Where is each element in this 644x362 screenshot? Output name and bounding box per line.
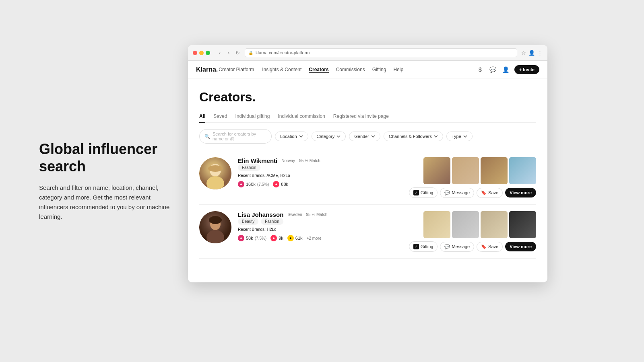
creator-tags-lisa: Beauty Fashion: [238, 218, 404, 225]
search-icon: 🔍: [204, 134, 210, 139]
left-panel: Global influencer search Search and filt…: [39, 140, 180, 222]
view-more-button-lisa[interactable]: View more: [505, 242, 536, 251]
match-badge-lisa: Sweden: [287, 212, 302, 217]
creator-actions-elin: ✓ Gifting 💬 Message 🔖 Save View more: [409, 187, 536, 198]
message-icon[interactable]: 💬: [489, 65, 497, 74]
creator-actions-lisa: ✓ Gifting 💬 Message 🔖 Save View more: [409, 241, 536, 252]
tiktok-count-elin: 88k: [281, 182, 288, 187]
search-box[interactable]: 🔍 Search for creators by name or @: [199, 129, 272, 144]
photo-thumb-2: [452, 157, 479, 184]
type-filter[interactable]: Type: [446, 132, 473, 141]
category-filter-label: Category: [317, 134, 335, 139]
channels-filter-label: Channels & Followers: [389, 134, 432, 139]
logo-subtitle: Creator Platform: [219, 67, 254, 72]
photo-thumb-3: [481, 157, 508, 184]
star-icon[interactable]: ☆: [521, 50, 526, 56]
message-icon-elin: 💬: [444, 190, 450, 195]
tab-individual-gifting[interactable]: Individual gifting: [235, 113, 270, 122]
more-channels-lisa: +2 more: [307, 236, 322, 241]
recent-brands-elin: Recent Brands: ACME, H2Lo: [238, 173, 404, 178]
gifting-button-elin[interactable]: ✓ Gifting: [409, 187, 438, 198]
location-filter-label: Location: [280, 134, 297, 139]
creator-right-lisa: ✓ Gifting 💬 Message 🔖 Save View more: [409, 211, 536, 252]
address-bar[interactable]: 🔒 klarna.com/creator-platform: [245, 48, 517, 57]
match-percent-elin: 95 % Match: [299, 158, 320, 163]
invite-button[interactable]: + Invite: [514, 65, 539, 74]
traffic-lights: [193, 51, 210, 55]
nav-gifting[interactable]: Gifting: [372, 66, 386, 73]
tab-saved[interactable]: Saved: [213, 113, 227, 122]
tab-individual-commission[interactable]: Individual commission: [278, 113, 325, 122]
filters-bar: 🔍 Search for creators by name or @ Locat…: [199, 129, 536, 144]
message-button-elin[interactable]: 💬 Message: [440, 188, 474, 198]
app-nav: Klarna. Creator Platform Insights & Cont…: [188, 61, 547, 78]
close-traffic-light[interactable]: [193, 51, 197, 55]
app-logo: Klarna. Creator Platform: [196, 66, 254, 73]
tiktok-count-lisa: 9k: [279, 236, 283, 241]
creator-right-elin: ✓ Gifting 💬 Message 🔖 Save View more: [409, 157, 536, 198]
category-filter[interactable]: Category: [312, 132, 346, 141]
creator-info-lisa: Lisa Johansson Sweden 95 % Match Beauty …: [238, 211, 404, 241]
forward-button[interactable]: ›: [225, 49, 232, 56]
account-icon[interactable]: 👤: [502, 65, 510, 74]
tag-beauty-lisa: Beauty: [238, 218, 258, 225]
snapchat-count-lisa: 61k: [295, 236, 303, 241]
nav-creators[interactable]: Creators: [309, 66, 328, 73]
save-button-elin[interactable]: 🔖 Save: [477, 188, 503, 198]
back-button[interactable]: ‹: [217, 49, 223, 56]
view-more-button-elin[interactable]: View more: [505, 188, 536, 197]
nav-help[interactable]: Help: [393, 66, 403, 73]
avatar-lisa: [199, 211, 231, 243]
snapchat-icon-lisa: ●: [287, 235, 294, 241]
message-button-lisa[interactable]: 💬 Message: [440, 242, 474, 252]
avatar-image-lisa: [199, 211, 231, 243]
nav-commissions[interactable]: Commissions: [336, 66, 365, 73]
creator-card-lisa: Lisa Johansson Sweden 95 % Match Beauty …: [199, 205, 536, 259]
creator-name-lisa: Lisa Johansson Sweden 95 % Match: [238, 211, 404, 218]
instagram-count-lisa: 58k: [246, 236, 253, 241]
nav-right: $ 💬 👤 + Invite: [476, 65, 539, 74]
tiktok-icon-lisa: ●: [270, 235, 277, 241]
photo-thumb-5: [423, 211, 450, 238]
reload-button[interactable]: ↻: [234, 49, 241, 56]
save-icon-elin: 🔖: [481, 190, 487, 195]
tabs-bar: All Saved Individual gifting Individual …: [199, 113, 536, 123]
stat-snapchat-lisa: ● 61k: [287, 235, 303, 241]
message-icon-lisa: 💬: [444, 244, 450, 249]
user-icon[interactable]: 👤: [528, 50, 535, 56]
stat-tiktok-lisa: ● 9k: [270, 235, 283, 241]
gender-filter[interactable]: Gender: [349, 132, 380, 141]
photo-thumb-4: [509, 157, 536, 184]
channels-filter[interactable]: Channels & Followers: [384, 132, 443, 141]
save-button-lisa[interactable]: 🔖 Save: [477, 242, 503, 252]
tab-registered-invite[interactable]: Registered via invite page: [333, 113, 389, 122]
browser-window: ‹ › ↻ 🔒 klarna.com/creator-platform ☆ 👤 …: [188, 45, 547, 282]
tab-all[interactable]: All: [199, 113, 205, 122]
match-badge-elin: Norway: [281, 158, 295, 163]
avatar-elin: [199, 157, 231, 189]
page-background: Global influencer search Search and filt…: [0, 0, 644, 362]
chevron-down-icon: [336, 134, 341, 138]
tag-fashion-lisa: Fashion: [261, 218, 283, 225]
avatar-image-elin: [199, 157, 231, 189]
dollar-icon[interactable]: $: [476, 65, 485, 74]
stat-tiktok-elin: ● 88k: [273, 181, 288, 187]
chevron-down-icon: [371, 134, 375, 138]
svg-point-7: [209, 216, 222, 224]
maximize-traffic-light[interactable]: [206, 51, 210, 55]
instagram-count-elin: 160k: [246, 182, 256, 187]
menu-icon[interactable]: ⋮: [537, 50, 543, 56]
gifting-checkbox-lisa: ✓: [413, 244, 419, 249]
browser-chrome: ‹ › ↻ 🔒 klarna.com/creator-platform ☆ 👤 …: [188, 45, 547, 61]
location-filter[interactable]: Location: [275, 132, 308, 141]
stat-instagram-elin: ● 160k (7.5%): [238, 181, 269, 187]
tiktok-icon-elin: ●: [273, 181, 279, 187]
creator-tags-elin: Fashion: [238, 164, 404, 171]
nav-insights[interactable]: Insights & Content: [262, 66, 301, 73]
gifting-button-lisa[interactable]: ✓ Gifting: [409, 241, 438, 252]
browser-actions: ☆ 👤 ⋮: [521, 50, 543, 56]
svg-point-3: [208, 165, 223, 172]
hero-heading: Global influencer search: [39, 140, 180, 175]
social-stats-elin: ● 160k (7.5%) ● 88k: [238, 181, 404, 187]
minimize-traffic-light[interactable]: [199, 51, 204, 55]
